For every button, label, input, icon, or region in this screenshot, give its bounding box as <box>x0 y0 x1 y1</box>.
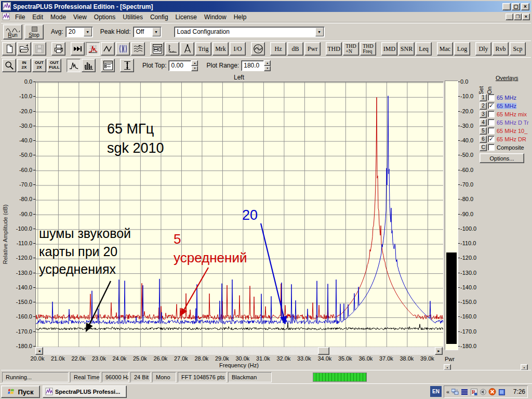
overlay-label-3[interactable]: 65 MHz mix <box>497 111 527 117</box>
overlay-label-5[interactable]: 65 MHz 10_ <box>497 128 527 134</box>
stop-button[interactable]: Stop <box>24 24 44 39</box>
phase-button[interactable] <box>251 42 265 56</box>
db-button[interactable]: dB <box>287 42 303 56</box>
overlay-checkbox-C[interactable] <box>488 144 495 151</box>
tray-chevron-button[interactable]: « <box>446 389 449 395</box>
plot-top-spinner[interactable]: ▲ ▼ <box>191 60 198 71</box>
network-icon[interactable] <box>451 388 459 396</box>
snr-button[interactable]: SNR <box>398 42 415 56</box>
spin-down-icon[interactable]: ▼ <box>191 66 198 72</box>
menu-config[interactable]: Config <box>147 12 172 22</box>
stripes-icon[interactable] <box>460 388 468 396</box>
overlay-label-C[interactable]: Composite <box>497 144 524 151</box>
overlay-label-4[interactable]: 65 MHz D Tr <box>497 119 529 126</box>
save-button[interactable] <box>32 42 46 56</box>
maximize-button[interactable]: ▢ <box>512 3 520 10</box>
menu-mode[interactable]: Mode <box>47 12 70 22</box>
plot-top-input[interactable]: 0.00 <box>168 60 191 71</box>
start-button[interactable]: Пуск <box>1 385 40 398</box>
waveform-view-button[interactable] <box>101 42 115 56</box>
plot-range-spinner[interactable]: ▲ ▼ <box>264 60 271 71</box>
overlay-label-6[interactable]: 65 MHz DR <box>497 136 526 142</box>
dly-button[interactable]: Dly <box>475 42 491 56</box>
open-file-button[interactable] <box>17 42 31 56</box>
taskbar-task-button[interactable]: SpectraPLUS Professi... <box>43 385 127 398</box>
overlay-set-button-2[interactable]: 2 <box>480 102 487 110</box>
spin-down-icon[interactable]: ▼ <box>264 66 271 72</box>
mdi-minimize-button[interactable]: _ <box>506 14 513 20</box>
overlay-set-button-4[interactable]: 4 <box>480 119 487 126</box>
mac-button[interactable]: Mac <box>437 42 453 56</box>
thdfreq-button[interactable]: THDFreq <box>360 42 376 56</box>
mdi-close-button[interactable]: × <box>522 14 530 20</box>
peak-curve-button[interactable] <box>66 59 81 72</box>
overlay-set-button-5[interactable]: 5 <box>480 127 487 135</box>
menu-view[interactable]: View <box>70 12 90 22</box>
zoom-out-full-button[interactable]: OUTFULL <box>47 59 61 72</box>
spin-up-icon[interactable]: ▲ <box>191 60 198 66</box>
thd-button[interactable]: THD <box>326 42 342 56</box>
chevron-down-icon[interactable]: ▼ <box>152 28 161 36</box>
overlay-set-button-6[interactable]: 6 <box>480 136 487 143</box>
hz-button[interactable]: Hz <box>270 42 286 56</box>
surface-view-button[interactable] <box>131 42 145 56</box>
vertical-range-button[interactable] <box>120 59 134 72</box>
spin-up-icon[interactable]: ▲ <box>264 60 271 66</box>
overlay-set-button-1[interactable]: 1 <box>480 94 487 101</box>
overlays-options-button[interactable]: Options... <box>480 153 524 163</box>
pwr-button[interactable]: Pwr <box>304 42 321 56</box>
blue-app-icon[interactable] <box>498 388 506 396</box>
avg-select[interactable]: 20 ▼ <box>65 26 93 37</box>
io-button[interactable]: I/O <box>230 42 246 56</box>
fast-forward-button[interactable] <box>71 42 85 56</box>
zoom-button[interactable] <box>2 59 16 72</box>
menu-utilities[interactable]: Utilities <box>119 12 147 22</box>
zoom-out-2x-button[interactable]: OUT2X <box>32 59 46 72</box>
r-app-icon[interactable]: R <box>470 388 477 396</box>
overlay-checkbox-6[interactable]: ✓ <box>488 136 495 142</box>
leq-button[interactable]: Leq <box>416 42 432 56</box>
new-file-button[interactable] <box>2 42 16 56</box>
close-button[interactable]: × <box>521 3 529 10</box>
language-indicator[interactable]: EN <box>430 386 442 397</box>
overlay-set-button-C[interactable]: C <box>480 144 487 151</box>
overlay-checkbox-1[interactable] <box>488 94 495 101</box>
speaker-icon[interactable] <box>479 388 487 396</box>
histogram-button[interactable] <box>82 59 96 72</box>
trigger-button[interactable]: Trig <box>195 42 211 56</box>
menu-license[interactable]: License <box>172 12 201 22</box>
mdi-restore-button[interactable]: ❐ <box>514 14 522 20</box>
minimize-button[interactable]: _ <box>502 3 511 10</box>
menu-edit[interactable]: Edit <box>29 12 47 22</box>
scrollbar-thumb[interactable] <box>318 347 329 355</box>
scroll-left-button[interactable]: ◄ <box>35 347 43 355</box>
overlay-label-1[interactable]: 65 MHz <box>497 95 516 101</box>
overlay-checkbox-4[interactable] <box>488 119 495 126</box>
run-button[interactable]: Run <box>3 24 22 39</box>
menu-window[interactable]: Window <box>201 12 230 22</box>
overlay-checkbox-3[interactable] <box>488 111 495 117</box>
marker-button[interactable]: Mrk <box>212 42 229 56</box>
measure-button[interactable] <box>180 42 194 56</box>
overlay-checkbox-2[interactable]: ✓ <box>488 102 495 109</box>
log-button[interactable]: Log <box>454 42 470 56</box>
imd-button[interactable]: IMD <box>381 42 397 56</box>
plot-horizontal-scrollbar[interactable]: ◄ ► <box>35 347 443 355</box>
rvb-button[interactable]: Rvb <box>493 42 509 56</box>
overlay-checkbox-5[interactable] <box>488 127 495 134</box>
display-settings-button[interactable] <box>150 42 164 56</box>
print-button[interactable] <box>51 42 65 56</box>
thdn-button[interactable]: THD+N <box>343 42 359 56</box>
scale-button[interactable] <box>165 42 179 56</box>
load-configuration-select[interactable]: Load Configuration ▼ <box>174 26 325 37</box>
overlay-label-2[interactable]: 65 MHz <box>497 103 516 109</box>
peak-hold-select[interactable]: Off ▼ <box>133 26 162 37</box>
spectrogram-view-button[interactable] <box>116 42 130 56</box>
spectrum-plot[interactable] <box>35 82 444 348</box>
spectrum-view-button[interactable] <box>86 42 100 56</box>
scroll-right-button[interactable]: ► <box>435 347 443 355</box>
zoom-in-2x-button[interactable]: IN2X <box>17 59 31 72</box>
plot-range-input[interactable]: 180.0 <box>241 60 264 71</box>
menu-help[interactable]: Help <box>230 12 250 22</box>
chevron-down-icon[interactable]: ▼ <box>315 28 324 36</box>
